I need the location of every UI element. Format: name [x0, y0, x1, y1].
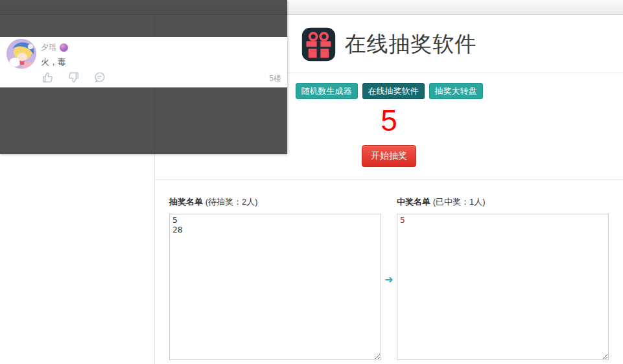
- reply-button[interactable]: [93, 71, 106, 84]
- thumbs-down-button[interactable]: [67, 71, 80, 84]
- comment-card: 夕瑶 火，毒: [0, 37, 287, 87]
- nav-tab-random-generator[interactable]: 随机数生成器: [296, 83, 358, 99]
- thumbs-up-button[interactable]: [41, 71, 54, 84]
- winners-list-textarea[interactable]: 5: [397, 214, 609, 360]
- comment-text: 火，毒: [41, 56, 66, 68]
- lists-section: 抽奖名单 (待抽奖：2人) 5 28 ➜ 中奖名单 (已中奖：1人) 5: [155, 180, 623, 363]
- page-title: 在线抽奖软件: [345, 30, 477, 59]
- start-draw-button[interactable]: 开始抽奖: [362, 145, 416, 167]
- pool-count-note: (待抽奖：2人): [206, 197, 258, 207]
- comment-actions: [41, 71, 106, 84]
- pool-panel-header: 抽奖名单 (待抽奖：2人): [169, 196, 381, 208]
- pool-list-textarea[interactable]: 5 28: [169, 214, 381, 360]
- winners-panel-title: 中奖名单: [397, 197, 430, 207]
- comment-overlay: 夕瑶 火，毒: [0, 0, 287, 154]
- nav-tab-lottery-wheel[interactable]: 抽奖大转盘: [429, 83, 483, 99]
- gift-icon: [301, 27, 336, 62]
- pool-panel-title: 抽奖名单: [169, 197, 203, 207]
- user-badge-icon: [60, 43, 68, 52]
- transfer-arrow-icon: ➜: [381, 196, 397, 363]
- winners-panel-header: 中奖名单 (已中奖：1人): [397, 196, 609, 208]
- winners-count-note: (已中奖：1人): [433, 197, 486, 207]
- pool-panel: 抽奖名单 (待抽奖：2人) 5 28: [169, 196, 381, 363]
- comment-username: 夕瑶: [41, 42, 56, 53]
- nav-tab-online-lottery[interactable]: 在线抽奖软件: [362, 83, 425, 99]
- comment-username-row: 夕瑶: [41, 42, 68, 53]
- winners-panel: 中奖名单 (已中奖：1人) 5: [397, 196, 609, 363]
- user-avatar[interactable]: [6, 39, 36, 69]
- comment-floor-label: 5楼: [269, 73, 281, 84]
